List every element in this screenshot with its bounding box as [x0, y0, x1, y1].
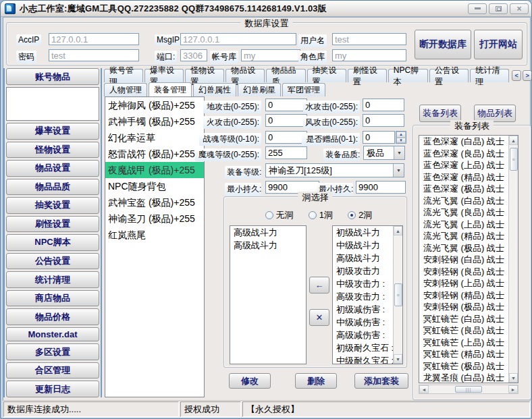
catalog-item[interactable]: 蓝色深邃 (上品) 战士	[419, 159, 508, 171]
gem-option-item[interactable]: 中级攻击力 :	[333, 277, 393, 290]
catalog-item[interactable]: 安刺轻钢 (上品) 战士	[419, 277, 508, 289]
tab[interactable]: 军团管理	[282, 83, 325, 96]
gem-option-item[interactable]: 高级战斗力	[333, 252, 393, 264]
sidebar-button[interactable]: 公告设置	[6, 253, 99, 270]
equipment-item[interactable]: 红岚燕尾	[105, 227, 204, 243]
scroll-right-icon[interactable]: ►	[508, 385, 518, 393]
gem-option-item[interactable]: 高级攻击力 :	[333, 290, 393, 303]
spinner-down-icon[interactable]: ▼	[396, 138, 406, 144]
catalog-item[interactable]: 蓝色深邃 (极品) 战士	[419, 183, 508, 195]
modify-button[interactable]: 修改	[229, 373, 271, 389]
fire-attack-input[interactable]	[265, 114, 307, 127]
tab[interactable]: 装备管理	[149, 82, 192, 96]
sidebar-button[interactable]: 物品设置	[6, 160, 99, 177]
min-durability2-input[interactable]	[356, 181, 406, 194]
sidebar-button[interactable]: 更新日志	[6, 381, 99, 397]
radio-icon[interactable]	[348, 211, 356, 219]
scrollbar-thumb[interactable]: ≡	[394, 283, 402, 306]
catalog-item[interactable]: 流光飞翼 (精品) 战士	[419, 230, 508, 242]
water-attack-input[interactable]	[363, 99, 404, 111]
tab[interactable]: 幻兽属性	[193, 83, 236, 96]
gem-option-item[interactable]: 中级耐久宝石 :	[333, 354, 393, 364]
radio-icon[interactable]	[309, 211, 317, 219]
equipment-item[interactable]: 武神手镯 (极品)+255	[105, 113, 204, 130]
move-gem-left-button[interactable]: ←	[309, 277, 329, 294]
catalog-vscrollbar[interactable]: ▲ ≡ ▼	[508, 136, 518, 383]
sidebar-button[interactable]: 物品价格	[6, 308, 99, 325]
msgip-input[interactable]	[180, 33, 296, 45]
tab[interactable]: 抽奖设置	[307, 69, 346, 82]
gem-option-item[interactable]: 初级攻击力	[333, 264, 393, 277]
equip-grade-select[interactable]: 神谕圣刀[125级] ▼	[265, 163, 404, 177]
radio-icon[interactable]	[265, 211, 273, 219]
catalog-item[interactable]: 安刺轻钢 (极品) 战士	[419, 301, 508, 313]
gem-options-scrollbar[interactable]: ▲ ≡ ▼	[393, 226, 402, 364]
sidebar-listbox[interactable]	[6, 87, 99, 121]
tab-scroll-prev-button[interactable]: <	[512, 70, 521, 81]
port-input[interactable]	[180, 49, 207, 61]
sidebar-button[interactable]: NPC脚本	[6, 234, 99, 251]
radio-one-hole[interactable]: 1洞	[309, 209, 333, 221]
maximize-button[interactable]	[489, 3, 508, 14]
dropdown-arrow-icon[interactable]: ▼	[394, 146, 404, 159]
catalog-item[interactable]: 安刺轻钢 (精品) 战士	[419, 289, 508, 302]
scroll-up-icon[interactable]: ▲	[509, 136, 518, 145]
earth-attack-input[interactable]	[265, 99, 307, 111]
spinner-up-icon[interactable]: ▲	[396, 132, 406, 138]
tab[interactable]: 账号管理	[104, 69, 143, 82]
catalog-item[interactable]: 安刺轻钢 (良品) 战士	[419, 266, 508, 278]
scroll-down-icon[interactable]: ▼	[509, 373, 518, 383]
title-bar[interactable]: 小志工作室:魔域GM工具QQ.272235882 QQ群73498675.114…	[1, 1, 532, 17]
sidebar-button[interactable]: 多区设置	[6, 343, 99, 360]
gem-option-item[interactable]: 初级耐久宝石 :	[333, 341, 393, 354]
gem-option-item[interactable]: 初级减伤害 :	[333, 303, 393, 316]
selected-gem-item[interactable]: 高级战斗力	[230, 226, 306, 239]
equipment-item[interactable]: 幻化幸运草	[105, 130, 204, 146]
catalog-item[interactable]: 蓝色深邃 (白品) 战士	[419, 136, 508, 148]
tab[interactable]: NPC脚本	[388, 69, 428, 82]
sidebar-button[interactable]: 抽奖设置	[6, 197, 99, 214]
sidebar-button[interactable]: 物品品质	[6, 179, 99, 196]
account-db-input[interactable]	[241, 49, 300, 61]
sidebar-button[interactable]: 统计清理	[6, 271, 99, 288]
close-button[interactable]: ×	[510, 3, 529, 14]
equipment-item[interactable]: 怒雷战符 (极品)+255	[105, 146, 204, 162]
sidebar-button[interactable]: 爆率设置	[6, 123, 99, 140]
gem-option-item[interactable]: 中级战斗力	[333, 239, 393, 252]
password-input[interactable]	[49, 49, 139, 61]
minimize-button[interactable]	[468, 3, 487, 14]
radio-two-holes[interactable]: 2洞	[348, 209, 372, 221]
catalog-item[interactable]: 流光飞翼 (极品) 战士	[419, 242, 508, 254]
catalog-item[interactable]: 流光飞翼 (白品) 战士	[419, 195, 508, 207]
equipment-item[interactable]: 夜魔战甲 (极品)+255	[105, 162, 204, 178]
magic-soul-level-input[interactable]	[265, 146, 307, 159]
scroll-down-icon[interactable]: ▼	[394, 354, 402, 364]
wind-attack-input[interactable]	[363, 114, 404, 127]
tab[interactable]: 物品品质	[266, 69, 305, 82]
scroll-up-icon[interactable]: ▲	[394, 226, 402, 235]
scroll-left-icon[interactable]: ◄	[419, 385, 429, 393]
catalog-item[interactable]: 安刺轻钢 (白品) 战士	[419, 254, 508, 266]
username-input[interactable]	[332, 33, 406, 45]
catalog-item[interactable]: 流光飞翼 (上品) 战士	[419, 219, 508, 231]
sidebar-button[interactable]: 合区管理	[6, 362, 99, 379]
equipment-item[interactable]: 龙神御风 (极品)+255	[105, 97, 204, 113]
add-set-button[interactable]: 添加套装	[354, 373, 408, 389]
catalog-item[interactable]: 蓝色深邃 (精品) 战士	[419, 171, 508, 184]
equipment-item[interactable]: NPC随身背包	[105, 178, 204, 194]
gift-flag-input[interactable]	[363, 131, 395, 144]
gem-option-item[interactable]: 高级减伤害 :	[333, 329, 393, 341]
open-website-button[interactable]: 打开网站	[474, 30, 523, 59]
dropdown-arrow-icon[interactable]: ▼	[393, 164, 404, 177]
catalog-item[interactable]: 冥虹镜芒 (白品) 战士	[419, 313, 508, 325]
scrollbar-thumb[interactable]: ≡	[510, 148, 518, 171]
sidebar-button[interactable]: 商店物品	[6, 290, 99, 307]
tab[interactable]: 幻兽刷星	[238, 83, 281, 96]
sidebar-button[interactable]: 怪物设置	[6, 142, 99, 159]
catalog-item[interactable]: 冥虹镜芒 (上品) 战士	[419, 337, 508, 349]
scrollbar-thumb[interactable]: |||	[455, 386, 482, 393]
role-db-input[interactable]	[332, 49, 406, 61]
equip-quality-select[interactable]: 极品 ▼	[363, 146, 405, 160]
catalog-item[interactable]: 蓝色深邃 (良品) 战士	[419, 148, 508, 160]
equipment-item[interactable]: 武神宝盔 (极品)+255	[105, 194, 204, 211]
